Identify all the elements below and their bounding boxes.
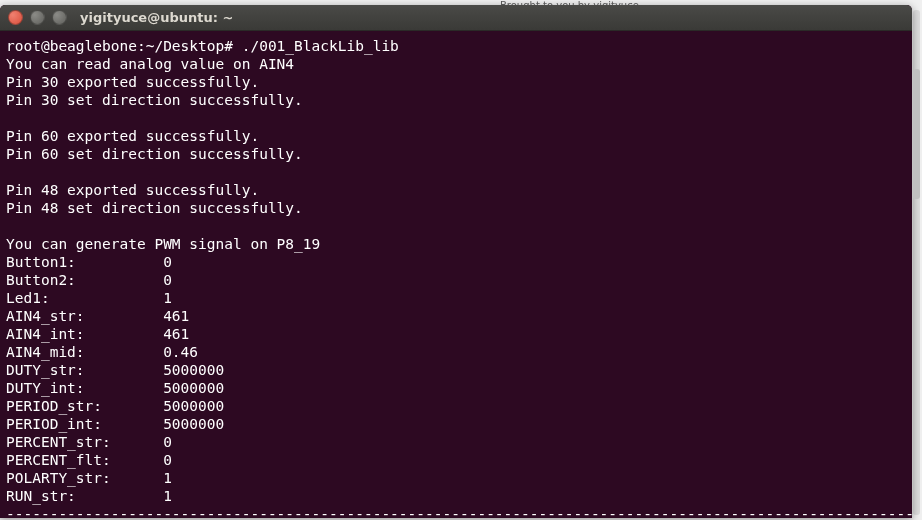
close-icon[interactable] — [8, 10, 23, 25]
terminal-content[interactable]: root@beaglebone:~/Desktop# ./001_BlackLi… — [0, 31, 912, 518]
window-titlebar[interactable]: yigityuce@ubuntu: ~ — [0, 5, 912, 31]
terminal-window: yigityuce@ubuntu: ~ root@beaglebone:~/De… — [0, 5, 912, 518]
minimize-icon[interactable] — [30, 10, 45, 25]
maximize-icon[interactable] — [52, 10, 67, 25]
header-link-text: Brought to you by yigityuce — [500, 0, 639, 5]
page-scrollbar-thumb[interactable] — [913, 69, 920, 199]
window-title: yigityuce@ubuntu: ~ — [80, 10, 233, 25]
